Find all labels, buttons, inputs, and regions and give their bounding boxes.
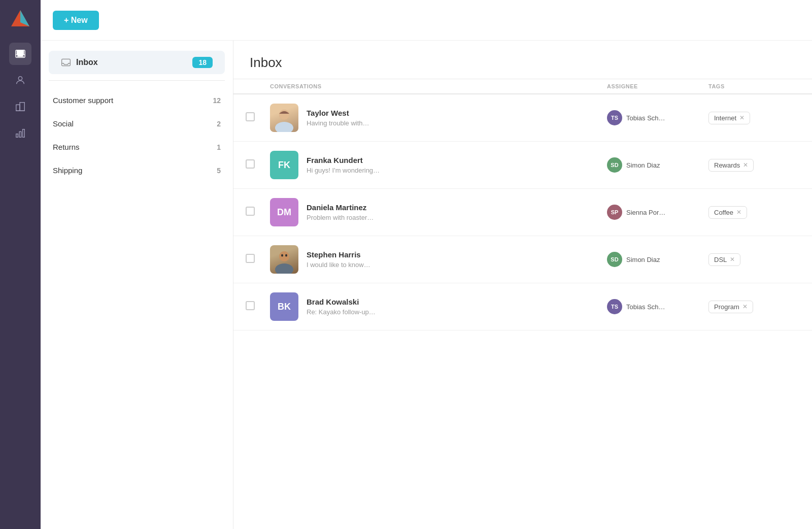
- assignee-avatar-tobias2: TS: [607, 299, 622, 314]
- new-button[interactable]: + New: [53, 11, 99, 30]
- tag-dsl[interactable]: DSL ✕: [708, 253, 740, 266]
- assignee-tw: TS Tobias Sch…: [607, 110, 708, 125]
- assignee-bk: TS Tobias Sch…: [607, 299, 708, 314]
- tag-internet[interactable]: Internet ✕: [708, 112, 750, 124]
- tag-remove-coffee[interactable]: ✕: [736, 209, 741, 216]
- svg-point-17: [281, 254, 283, 257]
- inbox-item[interactable]: Inbox 18: [49, 51, 225, 74]
- app-logo: [9, 8, 31, 30]
- assignee-fk: SD Simon Diaz: [607, 157, 708, 173]
- avatar-bk: BK: [270, 292, 298, 321]
- convo-info-dm: DM Daniela Martinez Problem with roaster…: [270, 198, 607, 226]
- page-title: Inbox: [233, 41, 812, 79]
- convo-name-bk: Brad Kowalski: [307, 297, 376, 306]
- nav-analytics-icon[interactable]: [9, 122, 31, 144]
- convo-name-sh: Stephen Harris: [307, 250, 370, 259]
- tag-remove-program[interactable]: ✕: [742, 303, 748, 310]
- svg-rect-5: [20, 103, 24, 111]
- avatar-dm: DM: [270, 198, 298, 226]
- right-panel: Inbox Conversations Assignee Tags: [233, 41, 812, 529]
- assignee-avatar-sienna: SP: [607, 205, 622, 220]
- svg-rect-9: [23, 129, 25, 138]
- folder-returns[interactable]: Returns 1: [53, 136, 221, 159]
- inbox-icon: [61, 57, 71, 68]
- checkbox-cell: [246, 254, 270, 265]
- tags-tw: Internet ✕: [708, 112, 800, 124]
- tag-coffee[interactable]: Coffee ✕: [708, 206, 747, 219]
- svg-point-18: [285, 254, 287, 257]
- folder-social[interactable]: Social 2: [53, 112, 221, 136]
- convo-text-fk: Franka Kundert Hi guys! I'm wondering…: [307, 156, 380, 174]
- convo-preview-tw: Having trouble with…: [307, 119, 369, 127]
- convo-info-fk: FK Franka Kundert Hi guys! I'm wondering…: [270, 151, 607, 179]
- nav-buildings-icon[interactable]: [9, 95, 31, 118]
- tags-bk: Program ✕: [708, 301, 800, 313]
- convo-text-dm: Daniela Martinez Problem with roaster…: [307, 203, 374, 221]
- assignee-name-sh: Simon Diaz: [626, 256, 660, 263]
- left-panel: Inbox 18 Customer support 12 Social 2 Re…: [41, 41, 233, 529]
- assignee-dm: SP Sienna Por…: [607, 205, 708, 220]
- folder-customer-support[interactable]: Customer support 12: [53, 89, 221, 112]
- row-checkbox-sh[interactable]: [246, 254, 255, 263]
- table-row[interactable]: Taylor West Having trouble with… TS Tobi…: [233, 94, 812, 142]
- assignee-name-dm: Sienna Por…: [626, 209, 665, 216]
- table-row[interactable]: FK Franka Kundert Hi guys! I'm wondering…: [233, 142, 812, 189]
- checkbox-cell: [246, 159, 270, 171]
- table-row[interactable]: Stephen Harris I would like to know… SD …: [233, 236, 812, 283]
- svg-point-12: [275, 122, 293, 132]
- svg-rect-4: [16, 105, 20, 111]
- divider: [49, 80, 225, 81]
- convo-name-tw: Taylor West: [307, 109, 369, 117]
- convo-info-bk: BK Brad Kowalski Re: Kayako follow-up…: [270, 292, 607, 321]
- tag-remove-rewards[interactable]: ✕: [743, 161, 748, 169]
- col-assignee: Assignee: [607, 83, 708, 89]
- table-row[interactable]: DM Daniela Martinez Problem with roaster…: [233, 189, 812, 236]
- row-checkbox-bk[interactable]: [246, 301, 255, 310]
- convo-preview-bk: Re: Kayako follow-up…: [307, 308, 376, 316]
- tag-remove-internet[interactable]: ✕: [739, 114, 745, 121]
- checkbox-cell: [246, 301, 270, 312]
- table-header: Conversations Assignee Tags: [233, 79, 812, 94]
- nav-contacts-icon[interactable]: [9, 69, 31, 91]
- svg-point-3: [18, 77, 22, 80]
- convo-text-bk: Brad Kowalski Re: Kayako follow-up…: [307, 297, 376, 316]
- nav-inbox-icon[interactable]: [9, 43, 31, 65]
- tags-dm: Coffee ✕: [708, 206, 800, 219]
- content: Inbox 18 Customer support 12 Social 2 Re…: [41, 41, 812, 529]
- inbox-label: Inbox: [76, 58, 187, 67]
- assignee-avatar-tobias: TS: [607, 110, 622, 125]
- svg-rect-8: [19, 131, 21, 137]
- tag-remove-dsl[interactable]: ✕: [730, 256, 735, 263]
- person-face-tw: [270, 104, 298, 132]
- checkbox-cell: [246, 112, 270, 123]
- avatar-fk: FK: [270, 151, 298, 179]
- assignee-name-tw: Tobias Sch…: [626, 114, 665, 122]
- convo-text-sh: Stephen Harris I would like to know…: [307, 250, 370, 269]
- conversation-list: Taylor West Having trouble with… TS Tobi…: [233, 94, 812, 529]
- assignee-avatar-simon2: SD: [607, 252, 622, 267]
- row-checkbox-dm[interactable]: [246, 207, 255, 216]
- row-checkbox-fk[interactable]: [246, 159, 255, 169]
- col-tags: Tags: [708, 83, 800, 89]
- folder-shipping[interactable]: Shipping 5: [53, 159, 221, 182]
- assignee-sh: SD Simon Diaz: [607, 252, 708, 267]
- person-face-sh: [270, 245, 298, 274]
- assignee-name-fk: Simon Diaz: [626, 161, 660, 169]
- tag-rewards[interactable]: Rewards ✕: [708, 159, 754, 172]
- checkbox-cell: [246, 207, 270, 218]
- svg-rect-7: [16, 134, 18, 137]
- table-row[interactable]: BK Brad Kowalski Re: Kayako follow-up… T…: [233, 283, 812, 330]
- sidebar: [0, 0, 41, 529]
- folder-list: Customer support 12 Social 2 Returns 1 S…: [41, 89, 233, 182]
- convo-name-dm: Daniela Martinez: [307, 203, 374, 212]
- row-checkbox-tw[interactable]: [246, 112, 255, 121]
- convo-name-fk: Franka Kundert: [307, 156, 380, 164]
- convo-text-tw: Taylor West Having trouble with…: [307, 109, 369, 127]
- convo-info-tw: Taylor West Having trouble with…: [270, 104, 607, 132]
- tags-fk: Rewards ✕: [708, 159, 800, 172]
- assignee-avatar-simon: SD: [607, 157, 622, 173]
- inbox-count-badge: 18: [192, 57, 213, 68]
- assignee-name-bk: Tobias Sch…: [626, 303, 665, 311]
- col-conversations: Conversations: [270, 83, 607, 89]
- tag-program[interactable]: Program ✕: [708, 301, 753, 313]
